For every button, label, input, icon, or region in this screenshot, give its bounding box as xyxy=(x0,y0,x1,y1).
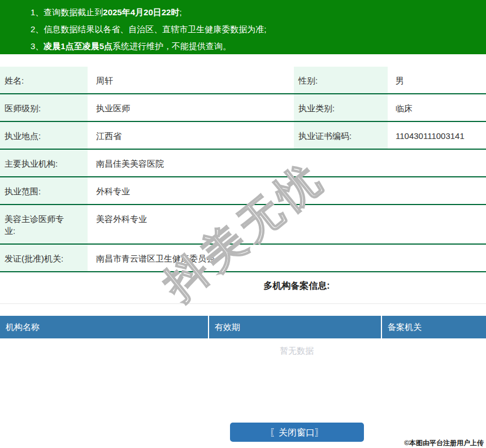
field-label-practice-location: 执业地点: xyxy=(0,122,88,149)
field-label-practice-category: 执业类别: xyxy=(294,94,388,121)
notice-banner: 1、查询数据截止到2025年4月20日22时; 2、信息数据结果以各省、自治区、… xyxy=(0,0,486,54)
column-header-institution-name: 机构名称 xyxy=(0,316,208,338)
records-empty-state: 暂无数据 xyxy=(0,338,486,356)
field-value-main-institution: 南昌佳美美容医院 xyxy=(88,150,486,176)
field-label-practice-scope: 执业范围: xyxy=(0,177,88,204)
notice-line-number: 2、 xyxy=(31,24,44,34)
notice-text-bold: 2025年4月20日22时 xyxy=(103,7,179,17)
table-row: 姓名: 周轩 性别: 男 xyxy=(0,67,486,94)
notice-line-number: 3、 xyxy=(31,41,44,51)
field-value-name: 周轩 xyxy=(88,67,285,93)
field-value-doctor-level: 执业医师 xyxy=(88,94,285,121)
multi-institution-records-title: 多机构备案信息: xyxy=(0,280,486,292)
notice-line-1: 1、查询数据截止到2025年4月20日22时; xyxy=(0,4,486,21)
records-table-header: 机构名称 有效期 备案机关 xyxy=(0,316,486,338)
field-label-name: 姓名: xyxy=(0,67,88,93)
notice-line-number: 1、 xyxy=(31,7,44,17)
field-value-practice-scope: 外科专业 xyxy=(88,177,486,204)
notice-line-2: 2、信息数据结果以各省、自治区、直辖市卫生健康委数据为准; xyxy=(0,21,486,38)
image-attribution-text: ©本图由平台注册用户上传 xyxy=(0,438,484,448)
notice-text-bold: 凌晨1点至凌晨5点 xyxy=(44,41,112,51)
field-value-issuing-authority: 南昌市青云谱区卫生健康委员会 xyxy=(88,245,486,271)
table-row: 发证(批准)机关: 南昌市青云谱区卫生健康委员会 xyxy=(0,245,486,272)
table-row: 主要执业机构: 南昌佳美美容医院 xyxy=(0,150,486,177)
notice-text: 系统进行维护，不能提供查询。 xyxy=(112,41,231,51)
notice-text: ; xyxy=(179,7,181,17)
field-label-issuing-authority: 发证(批准)机关: xyxy=(0,245,88,271)
field-value-practice-location: 江西省 xyxy=(88,122,285,149)
field-value-gender: 男 xyxy=(388,67,486,93)
field-value-practice-category: 临床 xyxy=(388,94,486,121)
field-value-cosmetic-specialty: 美容外科专业 xyxy=(88,205,486,243)
section-divider xyxy=(0,303,486,304)
table-row: 执业地点: 江西省 执业证书编码: 110430111003141 xyxy=(0,122,486,150)
doctor-info-table: 姓名: 周轩 性别: 男 医师级别: 执业医师 执业类别: 临床 执业地点: 江… xyxy=(0,67,486,272)
table-row: 美容主诊医师专业: 美容外科专业 xyxy=(0,205,486,245)
notice-line-3: 3、凌晨1点至凌晨5点系统进行维护，不能提供查询。 xyxy=(0,38,486,55)
doctor-query-result-page: 1、查询数据截止到2025年4月20日22时; 2、信息数据结果以各省、自治区、… xyxy=(0,0,486,448)
table-row: 医师级别: 执业医师 执业类别: 临床 xyxy=(0,94,486,122)
column-header-filing-authority: 备案机关 xyxy=(381,316,486,338)
notice-text: 信息数据结果以各省、自治区、直辖市卫生健康委数据为准; xyxy=(44,24,266,34)
field-label-doctor-level: 医师级别: xyxy=(0,94,88,121)
field-label-certificate-number: 执业证书编码: xyxy=(294,122,388,149)
notice-text: 查询数据截止到 xyxy=(44,7,103,17)
column-header-validity-period: 有效期 xyxy=(208,316,381,338)
field-label-cosmetic-specialty: 美容主诊医师专业: xyxy=(0,205,88,243)
field-label-main-institution: 主要执业机构: xyxy=(0,150,88,176)
table-row: 执业范围: 外科专业 xyxy=(0,177,486,205)
field-value-certificate-number: 110430111003141 xyxy=(388,122,486,149)
field-label-gender: 性别: xyxy=(294,67,388,93)
